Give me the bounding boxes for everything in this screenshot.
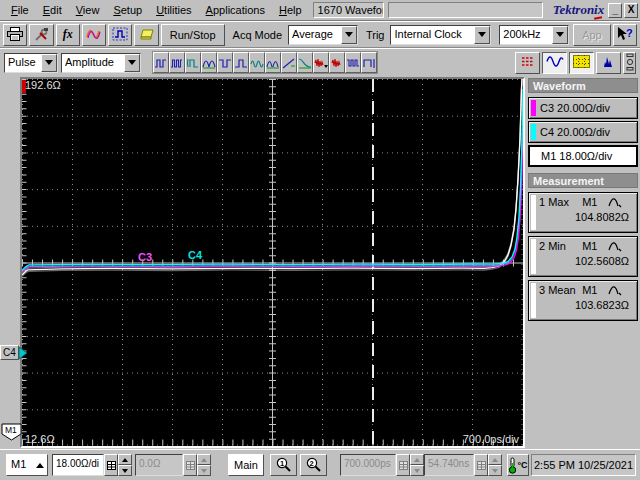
measure-class-select[interactable]: Amplitude <box>61 53 141 73</box>
vertical-scale-spinner[interactable] <box>118 454 132 476</box>
tools-button[interactable] <box>29 24 53 46</box>
menu-edit[interactable]: Edit <box>36 1 69 19</box>
menu-applications[interactable]: Applications <box>199 1 272 19</box>
acq-mode-select[interactable]: Average <box>288 25 358 45</box>
measurement-panel-header: Measurement <box>528 173 638 188</box>
measure-gated-pulse-button[interactable] <box>361 52 377 73</box>
measure-rms-noise-button[interactable] <box>329 52 345 73</box>
print-button[interactable] <box>3 24 27 46</box>
chevron-down-icon[interactable] <box>41 54 57 72</box>
spin-down-icon <box>118 465 132 476</box>
measure-min-button[interactable] <box>217 52 233 73</box>
spin-up-icon <box>488 454 502 465</box>
fx-icon: fx <box>63 27 73 42</box>
spin-up-icon <box>118 454 132 465</box>
horizontal-scale-value: 700.000ps <box>340 454 396 476</box>
erase-button[interactable] <box>134 24 158 46</box>
context-help-button[interactable]: ? <box>613 24 637 46</box>
main-timebase-button[interactable]: Main <box>228 454 264 476</box>
menu-file[interactable]: File <box>4 1 36 19</box>
measurement-row-max[interactable]: 1 Max M1 104.8082Ω <box>528 192 638 233</box>
waveform-button-c4[interactable]: C4 20.00Ω/div <box>528 121 638 143</box>
datetime-display: 2:55 PM 10/25/2021 <box>531 454 636 476</box>
histogram-button[interactable] <box>596 52 621 74</box>
measurement-stripe <box>531 283 536 318</box>
chevron-down-icon[interactable] <box>552 26 568 44</box>
m1-reference-marker[interactable]: M1 <box>1 423 22 441</box>
chevron-down-icon[interactable] <box>474 26 490 44</box>
handle-icon <box>626 53 634 73</box>
trigger-source-select[interactable]: Internal Clock <box>390 25 491 45</box>
waveform-display-area: 192.6Ω 12.6Ω 700.0ps/div C3 C4 C4 M1 <box>0 76 527 449</box>
magnifier-2-icon: 2 <box>306 457 322 473</box>
signal-category-select[interactable]: Pulse <box>4 53 58 73</box>
pulse-select-button[interactable] <box>108 24 132 46</box>
spin-down-icon <box>488 465 502 476</box>
zoom1-button[interactable]: 1 <box>270 454 297 476</box>
spin-up-icon <box>410 454 424 465</box>
graticule-style-button[interactable] <box>569 52 594 74</box>
menu-view[interactable]: View <box>69 1 107 19</box>
measure-peak-peak-button[interactable] <box>265 52 281 73</box>
thermometer-icon <box>508 457 517 474</box>
measure-mid-button[interactable] <box>233 52 249 73</box>
graticule-frame: 192.6Ω 12.6Ω 700.0ps/div C3 C4 <box>20 77 525 448</box>
chevron-up-icon[interactable] <box>33 455 47 475</box>
cursor-bars-button[interactable] <box>515 52 540 74</box>
trace-label-c4[interactable]: C4 <box>188 249 202 261</box>
window-title: 1670 Waveforms <box>313 2 385 18</box>
tektronix-logo: Tektronix <box>553 2 605 18</box>
trigger-rate-select[interactable]: 200kHz <box>499 25 569 45</box>
close-button[interactable]: X <box>624 3 638 18</box>
menu-setup[interactable]: Setup <box>106 1 149 19</box>
fx-math-button[interactable]: fx <box>56 24 80 46</box>
trace-label-c3[interactable]: C3 <box>138 251 152 263</box>
vertical-scale-control[interactable]: 18.00Ω/di <box>52 454 132 476</box>
measurement-toolbar: Pulse Amplitude <box>0 48 640 76</box>
vertical-offset-spinner <box>197 454 211 476</box>
run-stop-button[interactable]: Run/Stop <box>161 24 225 46</box>
measure-decay-button[interactable] <box>297 52 313 73</box>
measure-bit-pattern-button[interactable] <box>345 52 361 73</box>
vertical-top-readout: 192.6Ω <box>25 79 61 91</box>
measure-max-button[interactable] <box>201 52 217 73</box>
graticule-canvas <box>22 79 523 446</box>
measure-slope-button[interactable] <box>281 52 297 73</box>
menu-bar: File Edit View Setup Utilities Applicati… <box>0 0 640 21</box>
help-pointer-icon: ? <box>616 26 633 43</box>
temperature-button[interactable]: °C <box>507 454 529 476</box>
keypad-icon[interactable] <box>104 454 118 476</box>
chevron-down-icon[interactable] <box>124 54 140 72</box>
vertical-scale-value[interactable]: 18.00Ω/di <box>52 454 104 476</box>
measure-high-button[interactable] <box>153 52 169 73</box>
c4-ground-marker[interactable]: C4 <box>0 345 27 360</box>
spin-up-icon <box>197 454 211 465</box>
waveform-button-c3[interactable]: C3 20.00Ω/div <box>528 97 638 119</box>
measure-low-button[interactable] <box>169 52 185 73</box>
spin-down-icon <box>410 465 424 476</box>
measure-amplitude-button[interactable] <box>185 52 201 73</box>
measure-noise-button[interactable] <box>313 52 329 73</box>
measurement-row-min[interactable]: 2 Min M1 102.5608Ω <box>528 236 638 277</box>
tools-icon <box>33 27 49 43</box>
graticule[interactable]: 192.6Ω 12.6Ω 700.0ps/div C3 C4 <box>22 79 523 446</box>
vector-display-button[interactable] <box>542 52 567 74</box>
panel-handle-button[interactable] <box>623 52 636 74</box>
menu-utilities[interactable]: Utilities <box>149 1 198 19</box>
temperature-unit: °C <box>517 460 527 470</box>
measurement-button-group <box>152 51 378 74</box>
measurement-row-mean[interactable]: 3 Mean M1 103.6823Ω <box>528 280 638 321</box>
waveform-database-button[interactable] <box>82 24 106 46</box>
eraser-icon <box>139 27 155 43</box>
trace-select[interactable]: M1 <box>6 454 48 476</box>
yellow-grid-icon <box>573 55 590 70</box>
minimize-button[interactable]: _ <box>608 3 622 18</box>
measure-mean-button[interactable] <box>249 52 265 73</box>
logo-accent <box>594 15 602 20</box>
chevron-down-icon[interactable] <box>341 26 357 44</box>
svg-text:M1: M1 <box>5 425 17 435</box>
waveform-button-m1[interactable]: M1 18.00Ω/div <box>528 145 638 167</box>
menu-help[interactable]: Help <box>272 1 309 19</box>
measurement-stripe <box>531 239 536 274</box>
zoom2-button[interactable]: 2 <box>300 454 327 476</box>
